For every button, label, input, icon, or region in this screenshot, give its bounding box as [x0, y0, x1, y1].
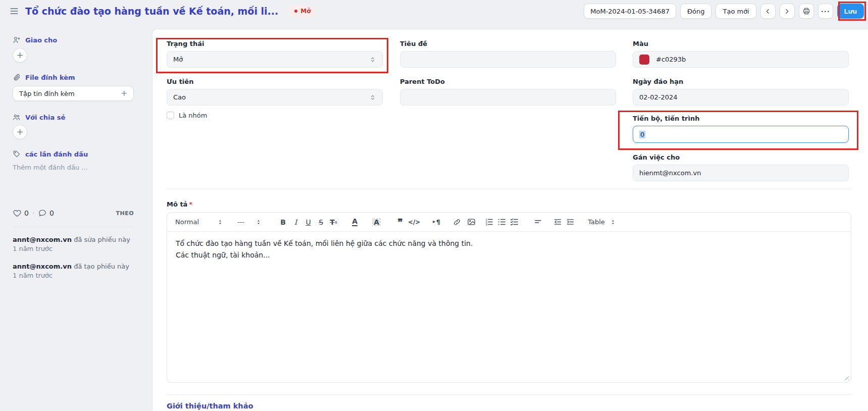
color-input[interactable]: #c0293b [633, 51, 849, 68]
activity-user: annt@nxcom.vn [13, 236, 72, 243]
attach-file-label: Tập tin đính kèm [19, 90, 75, 97]
progress-input[interactable]: 0 [633, 126, 849, 143]
footer-divider [167, 394, 851, 395]
priority-field-label: Ưu tiên [167, 78, 383, 85]
select-updown-icon [369, 56, 376, 63]
new-button[interactable]: Tạo mới [716, 4, 756, 19]
align-icon [534, 218, 542, 226]
progress-field-label: Tiến bộ, tiến trình [633, 115, 849, 122]
more-menu-button[interactable]: ··· [818, 4, 833, 19]
app-window: Tổ chức đào tạo hàng tuần về Kế toán, mố… [0, 0, 868, 411]
highlight-color-button[interactable]: A [370, 216, 383, 228]
direction-button[interactable]: ‣¶ [430, 216, 442, 228]
blockquote-button[interactable]: ❞ [394, 216, 406, 228]
underline-button[interactable]: U [302, 216, 315, 228]
select-updown-icon [217, 219, 223, 225]
chevron-left-icon [764, 8, 772, 15]
follow-button[interactable]: THEO [116, 210, 134, 217]
save-button[interactable]: Lưu [837, 4, 864, 19]
description-label-row: Mô tả* [167, 200, 470, 208]
assigned-to-label: Giao cho [25, 36, 57, 44]
italic-button[interactable]: I [289, 216, 302, 228]
parent-todo-input[interactable] [400, 89, 616, 106]
reactions-row: 0 · 0 THEO [13, 209, 134, 218]
activity-time: 1 năm trước [13, 271, 136, 280]
description-editor: Normal --- B I U S Tx A A ❞ </> ‣¶ [167, 212, 851, 383]
due-date-input[interactable] [633, 89, 849, 106]
align-button[interactable] [532, 216, 544, 228]
menu-icon[interactable] [9, 6, 19, 16]
status-badge-label: Mở [300, 8, 311, 15]
status-select-value: Mở [173, 56, 183, 63]
activity-entry: annt@nxcom.vn đã sửa phiếu này 1 năm trư… [13, 235, 136, 253]
select-updown-icon [369, 94, 376, 101]
strikethrough-button[interactable]: S [315, 216, 327, 228]
print-button[interactable] [799, 4, 814, 19]
image-button[interactable] [465, 216, 478, 228]
hr-select[interactable]: --- [237, 218, 262, 226]
sidebar: Giao cho + File đính kèm Tập tin đính kè… [0, 22, 152, 411]
table-select[interactable]: Table [588, 218, 616, 226]
attach-plus-icon: + [121, 89, 127, 98]
bullet-list-icon [497, 218, 506, 226]
title-input[interactable] [400, 51, 616, 68]
activity-action: đã tạo phiếu này [72, 263, 129, 270]
description-field-label: Mô tả [167, 200, 187, 208]
ordered-list-button[interactable]: 123 [483, 216, 495, 228]
priority-select[interactable]: Cao [167, 89, 383, 106]
attachments-label: File đính kèm [25, 74, 75, 81]
sidebar-item-attachments[interactable]: File đính kèm [13, 73, 152, 81]
image-icon [467, 218, 476, 226]
description-content[interactable]: Tổ chức đào tạo hàng tuần về Kế toán, mố… [167, 232, 851, 267]
link-button[interactable] [450, 216, 463, 228]
bold-button[interactable]: B [277, 216, 289, 228]
outdent-button[interactable] [551, 216, 564, 228]
resize-grip[interactable] [844, 375, 849, 380]
add-share-button[interactable]: + [13, 125, 27, 139]
ordered-list-icon: 123 [485, 218, 493, 226]
add-assignment-button[interactable]: + [13, 48, 27, 63]
field-status: Trạng thái Mở [167, 40, 383, 68]
sidebar-item-tags[interactable]: các lần đánh dấu [13, 150, 152, 158]
attach-file-button[interactable]: Tập tin đính kèm + [13, 86, 134, 101]
heart-icon[interactable] [13, 209, 22, 218]
format-select-value: Normal [175, 218, 199, 226]
svg-text:3: 3 [486, 223, 488, 226]
top-bar-actions: MoM-2024-01-05-34687 Đóng Tạo mới ··· Lư… [584, 4, 864, 19]
is-group-checkbox-row[interactable]: Là nhóm [167, 112, 383, 119]
comment-icon[interactable] [38, 209, 47, 218]
users-icon [13, 113, 21, 121]
check-list-button[interactable] [508, 216, 521, 228]
status-select[interactable]: Mở [167, 51, 383, 68]
indent-button[interactable] [564, 216, 577, 228]
format-select[interactable]: Normal [175, 218, 223, 226]
assigned-by-input[interactable] [633, 165, 849, 181]
field-assigned-by: Gán việc cho [633, 153, 849, 181]
code-button[interactable]: </> [406, 216, 422, 228]
title-field-label: Tiêu đề [400, 40, 616, 47]
description-line: Tổ chức đào tạo hàng tuần về Kế toán, mố… [176, 238, 842, 249]
page-title: Tổ chức đào tạo hàng tuần về Kế toán, mố… [25, 6, 278, 17]
sidebar-divider [13, 227, 134, 227]
sidebar-item-assigned-to[interactable]: Giao cho [13, 36, 152, 44]
status-field-label: Trạng thái [167, 40, 383, 47]
status-dot-icon [294, 10, 297, 13]
document-id: MoM-2024-01-05-34687 [584, 4, 676, 19]
field-color: Màu #c0293b [633, 40, 849, 68]
progress-value: 0 [639, 131, 645, 138]
parent-todo-field-label: Parent ToDo [400, 78, 616, 85]
is-group-checkbox[interactable] [167, 112, 174, 119]
text-color-button[interactable]: A [348, 216, 361, 228]
tags-label: các lần đánh dấu [25, 150, 88, 158]
activity-user: annt@nxcom.vn [13, 263, 72, 270]
clear-format-button[interactable]: Tx [327, 216, 340, 228]
prev-button[interactable] [760, 4, 776, 19]
sidebar-item-shared-with[interactable]: Với chia sẻ [13, 113, 152, 121]
intro-reference-section-link[interactable]: Giới thiệu/tham khảo [167, 402, 253, 410]
add-tag-input[interactable]: Thêm một đánh dấu ... [13, 164, 152, 171]
close-button[interactable]: Đóng [680, 4, 712, 19]
likes-count: 0 [24, 209, 29, 217]
bullet-list-button[interactable] [495, 216, 508, 228]
next-button[interactable] [780, 4, 795, 19]
chevron-right-icon [783, 8, 791, 15]
